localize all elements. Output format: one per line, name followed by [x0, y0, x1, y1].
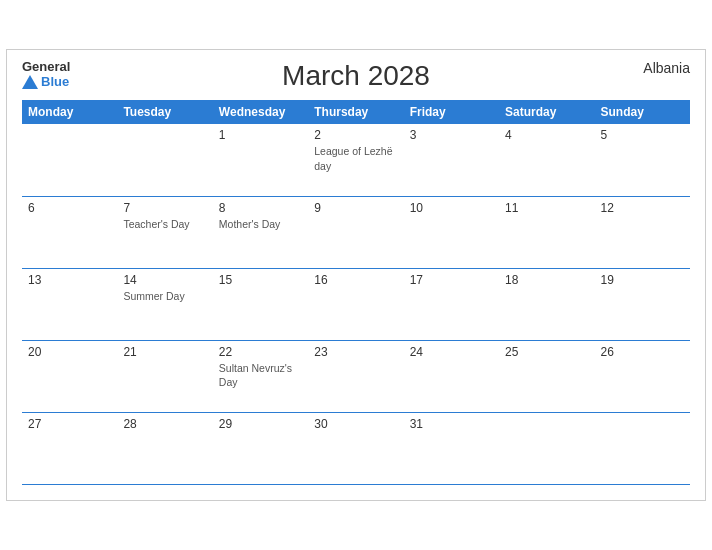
header-sunday: Sunday	[595, 100, 690, 124]
day-number: 28	[123, 417, 206, 431]
header-monday: Monday	[22, 100, 117, 124]
calendar-cell: 12	[595, 196, 690, 268]
logo-triangle-icon	[22, 75, 38, 89]
event-label: Summer Day	[123, 290, 184, 302]
calendar-cell: 4	[499, 124, 594, 196]
calendar-cell: 18	[499, 268, 594, 340]
calendar-cell: 8Mother's Day	[213, 196, 308, 268]
calendar-cell: 2League of Lezhë day	[308, 124, 403, 196]
calendar-week-row: 12League of Lezhë day345	[22, 124, 690, 196]
calendar-week-row: 202122Sultan Nevruz's Day23242526	[22, 340, 690, 412]
calendar-week-row: 67Teacher's Day8Mother's Day9101112	[22, 196, 690, 268]
day-number: 9	[314, 201, 397, 215]
header-friday: Friday	[404, 100, 499, 124]
calendar-table: Monday Tuesday Wednesday Thursday Friday…	[22, 100, 690, 485]
calendar-container: General Blue March 2028 Albania Monday T…	[6, 49, 706, 501]
calendar-week-row: 1314Summer Day1516171819	[22, 268, 690, 340]
calendar-cell: 10	[404, 196, 499, 268]
calendar-cell: 7Teacher's Day	[117, 196, 212, 268]
calendar-cell: 9	[308, 196, 403, 268]
calendar-cell: 14Summer Day	[117, 268, 212, 340]
calendar-body: 12League of Lezhë day34567Teacher's Day8…	[22, 124, 690, 484]
day-number: 2	[314, 128, 397, 142]
calendar-cell: 31	[404, 412, 499, 484]
calendar-cell: 17	[404, 268, 499, 340]
calendar-cell	[595, 412, 690, 484]
event-label: Mother's Day	[219, 218, 281, 230]
calendar-title: March 2028	[282, 60, 430, 92]
calendar-cell: 28	[117, 412, 212, 484]
day-number: 15	[219, 273, 302, 287]
calendar-thead: Monday Tuesday Wednesday Thursday Friday…	[22, 100, 690, 124]
event-label: League of Lezhë day	[314, 145, 392, 172]
logo: General Blue	[22, 60, 70, 89]
day-number: 23	[314, 345, 397, 359]
day-number: 17	[410, 273, 493, 287]
day-number: 14	[123, 273, 206, 287]
day-number: 7	[123, 201, 206, 215]
calendar-cell: 13	[22, 268, 117, 340]
day-number: 4	[505, 128, 588, 142]
header-thursday: Thursday	[308, 100, 403, 124]
day-number: 24	[410, 345, 493, 359]
weekday-header-row: Monday Tuesday Wednesday Thursday Friday…	[22, 100, 690, 124]
calendar-cell: 20	[22, 340, 117, 412]
day-number: 25	[505, 345, 588, 359]
calendar-cell: 27	[22, 412, 117, 484]
logo-general-text: General	[22, 60, 70, 74]
day-number: 8	[219, 201, 302, 215]
header-saturday: Saturday	[499, 100, 594, 124]
day-number: 31	[410, 417, 493, 431]
country-label: Albania	[643, 60, 690, 76]
day-number: 13	[28, 273, 111, 287]
calendar-cell: 21	[117, 340, 212, 412]
day-number: 21	[123, 345, 206, 359]
calendar-cell: 25	[499, 340, 594, 412]
calendar-cell: 11	[499, 196, 594, 268]
day-number: 30	[314, 417, 397, 431]
calendar-cell: 15	[213, 268, 308, 340]
calendar-cell: 30	[308, 412, 403, 484]
calendar-cell: 6	[22, 196, 117, 268]
day-number: 29	[219, 417, 302, 431]
day-number: 22	[219, 345, 302, 359]
day-number: 10	[410, 201, 493, 215]
day-number: 5	[601, 128, 684, 142]
day-number: 11	[505, 201, 588, 215]
calendar-cell	[499, 412, 594, 484]
calendar-cell	[117, 124, 212, 196]
calendar-cell: 5	[595, 124, 690, 196]
day-number: 19	[601, 273, 684, 287]
calendar-cell: 29	[213, 412, 308, 484]
calendar-cell: 22Sultan Nevruz's Day	[213, 340, 308, 412]
day-number: 27	[28, 417, 111, 431]
day-number: 3	[410, 128, 493, 142]
day-number: 6	[28, 201, 111, 215]
day-number: 18	[505, 273, 588, 287]
calendar-cell: 1	[213, 124, 308, 196]
calendar-cell: 26	[595, 340, 690, 412]
day-number: 26	[601, 345, 684, 359]
calendar-header: General Blue March 2028 Albania	[22, 60, 690, 92]
day-number: 1	[219, 128, 302, 142]
header-tuesday: Tuesday	[117, 100, 212, 124]
event-label: Teacher's Day	[123, 218, 189, 230]
day-number: 16	[314, 273, 397, 287]
calendar-cell: 19	[595, 268, 690, 340]
header-wednesday: Wednesday	[213, 100, 308, 124]
calendar-cell: 24	[404, 340, 499, 412]
calendar-cell	[22, 124, 117, 196]
day-number: 20	[28, 345, 111, 359]
calendar-cell: 3	[404, 124, 499, 196]
day-number: 12	[601, 201, 684, 215]
logo-blue-text: Blue	[22, 75, 70, 89]
event-label: Sultan Nevruz's Day	[219, 362, 292, 389]
calendar-cell: 23	[308, 340, 403, 412]
calendar-week-row: 2728293031	[22, 412, 690, 484]
calendar-cell: 16	[308, 268, 403, 340]
